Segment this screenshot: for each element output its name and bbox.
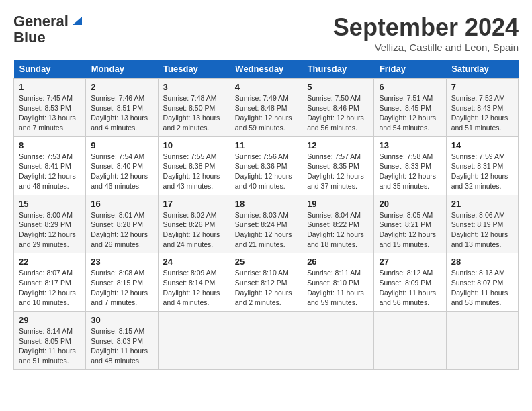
day-info: Sunrise: 7:52 AMSunset: 8:43 PMDaylight:… <box>451 93 513 133</box>
day-cell: 10Sunrise: 7:55 AMSunset: 8:38 PMDayligh… <box>158 136 230 195</box>
header-thursday: Thursday <box>302 60 374 79</box>
day-cell: 29Sunrise: 8:14 AMSunset: 8:05 PMDayligh… <box>14 312 86 370</box>
logo: General Blue <box>13 13 82 46</box>
day-number: 22 <box>19 257 81 267</box>
day-info: Sunrise: 7:51 AMSunset: 8:45 PMDaylight:… <box>379 93 441 133</box>
day-cell: 22Sunrise: 8:07 AMSunset: 8:17 PMDayligh… <box>14 253 86 312</box>
day-cell: 26Sunrise: 8:11 AMSunset: 8:10 PMDayligh… <box>302 253 374 312</box>
day-number: 23 <box>91 257 152 267</box>
day-number: 4 <box>235 82 297 92</box>
logo-text-blue: Blue <box>13 30 46 46</box>
day-cell: 12Sunrise: 7:57 AMSunset: 8:35 PMDayligh… <box>302 136 374 195</box>
day-number: 30 <box>91 315 152 325</box>
day-cell: 19Sunrise: 8:04 AMSunset: 8:22 PMDayligh… <box>302 195 374 253</box>
day-number: 6 <box>379 82 441 92</box>
day-info: Sunrise: 8:09 AMSunset: 8:14 PMDaylight:… <box>163 268 225 308</box>
day-info: Sunrise: 7:54 AMSunset: 8:40 PMDaylight:… <box>91 152 152 191</box>
day-info: Sunrise: 7:53 AMSunset: 8:41 PMDaylight:… <box>19 152 81 191</box>
day-info: Sunrise: 7:45 AMSunset: 8:53 PMDaylight:… <box>19 93 81 133</box>
calendar-header-row: SundayMondayTuesdayWednesdayThursdayFrid… <box>14 60 519 79</box>
location-subtitle: Velliza, Castille and Leon, Spain <box>333 42 519 53</box>
day-number: 27 <box>379 257 441 267</box>
month-title: September 2024 <box>333 13 519 42</box>
day-info: Sunrise: 7:50 AMSunset: 8:46 PMDaylight:… <box>307 93 369 133</box>
day-info: Sunrise: 8:03 AMSunset: 8:24 PMDaylight:… <box>235 210 297 250</box>
day-info: Sunrise: 8:01 AMSunset: 8:28 PMDaylight:… <box>91 210 152 250</box>
week-row-2: 8Sunrise: 7:53 AMSunset: 8:41 PMDaylight… <box>14 136 519 195</box>
day-number: 8 <box>19 140 81 150</box>
day-info: Sunrise: 8:14 AMSunset: 8:05 PMDaylight:… <box>19 326 81 366</box>
day-cell <box>158 312 230 370</box>
day-number: 21 <box>451 199 513 209</box>
day-info: Sunrise: 7:57 AMSunset: 8:35 PMDaylight:… <box>307 152 369 191</box>
day-cell: 28Sunrise: 8:13 AMSunset: 8:07 PMDayligh… <box>446 253 518 312</box>
header-saturday: Saturday <box>446 60 518 79</box>
day-info: Sunrise: 8:06 AMSunset: 8:19 PMDaylight:… <box>451 210 513 250</box>
day-info: Sunrise: 8:15 AMSunset: 8:03 PMDaylight:… <box>91 326 152 366</box>
day-cell: 1Sunrise: 7:45 AMSunset: 8:53 PMDaylight… <box>14 79 86 137</box>
day-info: Sunrise: 7:46 AMSunset: 8:51 PMDaylight:… <box>91 93 152 133</box>
day-number: 19 <box>307 199 369 209</box>
day-info: Sunrise: 8:07 AMSunset: 8:17 PMDaylight:… <box>19 268 81 308</box>
day-cell: 9Sunrise: 7:54 AMSunset: 8:40 PMDaylight… <box>86 136 158 195</box>
logo-text-general: General <box>13 13 69 30</box>
day-cell: 24Sunrise: 8:09 AMSunset: 8:14 PMDayligh… <box>158 253 230 312</box>
day-cell: 30Sunrise: 8:15 AMSunset: 8:03 PMDayligh… <box>86 312 158 370</box>
day-number: 14 <box>451 140 513 150</box>
day-cell: 5Sunrise: 7:50 AMSunset: 8:46 PMDaylight… <box>302 79 374 137</box>
day-cell: 15Sunrise: 8:00 AMSunset: 8:29 PMDayligh… <box>14 195 86 253</box>
day-number: 9 <box>91 140 152 150</box>
day-number: 1 <box>19 82 81 92</box>
header-friday: Friday <box>374 60 446 79</box>
header-wednesday: Wednesday <box>230 60 302 79</box>
day-info: Sunrise: 8:02 AMSunset: 8:26 PMDaylight:… <box>163 210 225 250</box>
day-cell <box>374 312 446 370</box>
day-cell: 17Sunrise: 8:02 AMSunset: 8:26 PMDayligh… <box>158 195 230 253</box>
day-cell <box>230 312 302 370</box>
day-cell: 21Sunrise: 8:06 AMSunset: 8:19 PMDayligh… <box>446 195 518 253</box>
title-area: September 2024 Velliza, Castille and Leo… <box>333 13 519 53</box>
week-row-1: 1Sunrise: 7:45 AMSunset: 8:53 PMDaylight… <box>14 79 519 137</box>
day-number: 5 <box>307 82 369 92</box>
header-monday: Monday <box>86 60 158 79</box>
day-cell: 23Sunrise: 8:08 AMSunset: 8:15 PMDayligh… <box>86 253 158 312</box>
day-info: Sunrise: 8:04 AMSunset: 8:22 PMDaylight:… <box>307 210 369 250</box>
day-info: Sunrise: 8:08 AMSunset: 8:15 PMDaylight:… <box>91 268 152 308</box>
day-number: 17 <box>163 199 225 209</box>
day-cell: 8Sunrise: 7:53 AMSunset: 8:41 PMDaylight… <box>14 136 86 195</box>
day-info: Sunrise: 7:48 AMSunset: 8:50 PMDaylight:… <box>163 93 225 133</box>
logo-icon <box>70 14 82 26</box>
day-number: 18 <box>235 199 297 209</box>
day-cell: 2Sunrise: 7:46 AMSunset: 8:51 PMDaylight… <box>86 79 158 137</box>
day-cell: 3Sunrise: 7:48 AMSunset: 8:50 PMDaylight… <box>158 79 230 137</box>
day-number: 25 <box>235 257 297 267</box>
day-info: Sunrise: 7:56 AMSunset: 8:36 PMDaylight:… <box>235 152 297 191</box>
day-info: Sunrise: 8:05 AMSunset: 8:21 PMDaylight:… <box>379 210 441 250</box>
day-cell: 16Sunrise: 8:01 AMSunset: 8:28 PMDayligh… <box>86 195 158 253</box>
day-info: Sunrise: 7:58 AMSunset: 8:33 PMDaylight:… <box>379 152 441 191</box>
day-info: Sunrise: 8:11 AMSunset: 8:10 PMDaylight:… <box>307 268 369 308</box>
day-cell: 25Sunrise: 8:10 AMSunset: 8:12 PMDayligh… <box>230 253 302 312</box>
day-number: 28 <box>451 257 513 267</box>
day-number: 13 <box>379 140 441 150</box>
day-number: 10 <box>163 140 225 150</box>
day-number: 20 <box>379 199 441 209</box>
svg-marker-0 <box>73 17 82 25</box>
day-info: Sunrise: 8:00 AMSunset: 8:29 PMDaylight:… <box>19 210 81 250</box>
day-cell: 18Sunrise: 8:03 AMSunset: 8:24 PMDayligh… <box>230 195 302 253</box>
day-number: 2 <box>91 82 152 92</box>
calendar-table: SundayMondayTuesdayWednesdayThursdayFrid… <box>13 60 519 370</box>
day-info: Sunrise: 8:10 AMSunset: 8:12 PMDaylight:… <box>235 268 297 308</box>
week-row-5: 29Sunrise: 8:14 AMSunset: 8:05 PMDayligh… <box>14 312 519 370</box>
day-cell: 7Sunrise: 7:52 AMSunset: 8:43 PMDaylight… <box>446 79 518 137</box>
header-sunday: Sunday <box>14 60 86 79</box>
day-info: Sunrise: 7:55 AMSunset: 8:38 PMDaylight:… <box>163 152 225 191</box>
day-cell: 20Sunrise: 8:05 AMSunset: 8:21 PMDayligh… <box>374 195 446 253</box>
day-cell: 11Sunrise: 7:56 AMSunset: 8:36 PMDayligh… <box>230 136 302 195</box>
day-number: 12 <box>307 140 369 150</box>
day-number: 26 <box>307 257 369 267</box>
day-number: 24 <box>163 257 225 267</box>
day-info: Sunrise: 8:13 AMSunset: 8:07 PMDaylight:… <box>451 268 513 308</box>
day-info: Sunrise: 7:49 AMSunset: 8:48 PMDaylight:… <box>235 93 297 133</box>
day-cell: 27Sunrise: 8:12 AMSunset: 8:09 PMDayligh… <box>374 253 446 312</box>
